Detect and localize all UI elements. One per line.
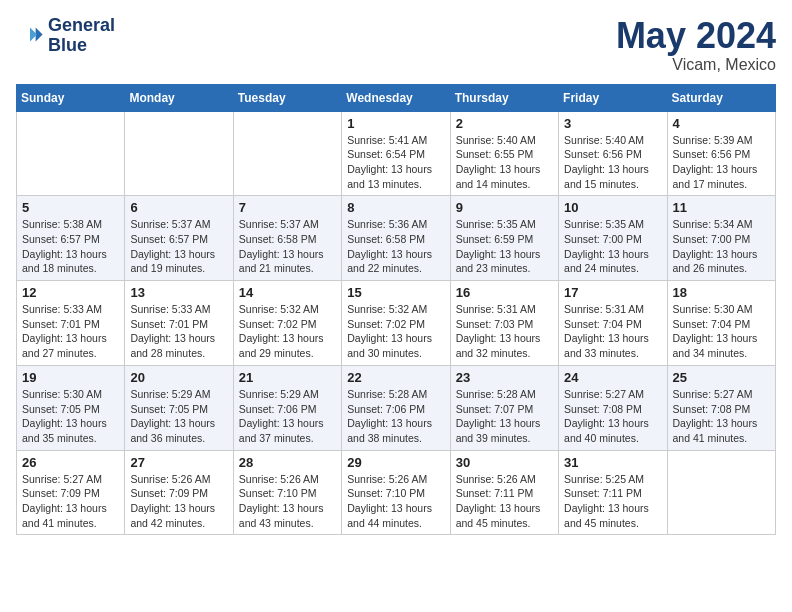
day-number: 10 bbox=[564, 200, 661, 215]
logo-icon bbox=[16, 22, 44, 50]
day-info: Sunrise: 5:33 AM Sunset: 7:01 PM Dayligh… bbox=[130, 302, 227, 361]
day-info: Sunrise: 5:39 AM Sunset: 6:56 PM Dayligh… bbox=[673, 133, 770, 192]
logo: General Blue bbox=[16, 16, 115, 56]
calendar-cell: 26Sunrise: 5:27 AM Sunset: 7:09 PM Dayli… bbox=[17, 450, 125, 535]
calendar-subtitle: Vicam, Mexico bbox=[616, 56, 776, 74]
calendar-cell: 10Sunrise: 5:35 AM Sunset: 7:00 PM Dayli… bbox=[559, 196, 667, 281]
calendar-cell: 3Sunrise: 5:40 AM Sunset: 6:56 PM Daylig… bbox=[559, 111, 667, 196]
day-info: Sunrise: 5:35 AM Sunset: 7:00 PM Dayligh… bbox=[564, 217, 661, 276]
calendar-cell: 25Sunrise: 5:27 AM Sunset: 7:08 PM Dayli… bbox=[667, 365, 775, 450]
day-number: 6 bbox=[130, 200, 227, 215]
day-number: 26 bbox=[22, 455, 119, 470]
day-info: Sunrise: 5:26 AM Sunset: 7:09 PM Dayligh… bbox=[130, 472, 227, 531]
day-number: 17 bbox=[564, 285, 661, 300]
calendar-cell: 20Sunrise: 5:29 AM Sunset: 7:05 PM Dayli… bbox=[125, 365, 233, 450]
day-number: 3 bbox=[564, 116, 661, 131]
calendar-cell: 29Sunrise: 5:26 AM Sunset: 7:10 PM Dayli… bbox=[342, 450, 450, 535]
day-number: 4 bbox=[673, 116, 770, 131]
calendar-cell bbox=[667, 450, 775, 535]
day-info: Sunrise: 5:41 AM Sunset: 6:54 PM Dayligh… bbox=[347, 133, 444, 192]
day-number: 20 bbox=[130, 370, 227, 385]
day-number: 22 bbox=[347, 370, 444, 385]
day-number: 27 bbox=[130, 455, 227, 470]
calendar-cell: 21Sunrise: 5:29 AM Sunset: 7:06 PM Dayli… bbox=[233, 365, 341, 450]
calendar-cell: 19Sunrise: 5:30 AM Sunset: 7:05 PM Dayli… bbox=[17, 365, 125, 450]
day-number: 30 bbox=[456, 455, 553, 470]
calendar-cell: 12Sunrise: 5:33 AM Sunset: 7:01 PM Dayli… bbox=[17, 281, 125, 366]
day-number: 5 bbox=[22, 200, 119, 215]
calendar-cell bbox=[233, 111, 341, 196]
logo-line1: General bbox=[48, 16, 115, 36]
day-number: 25 bbox=[673, 370, 770, 385]
day-info: Sunrise: 5:30 AM Sunset: 7:05 PM Dayligh… bbox=[22, 387, 119, 446]
calendar-cell: 27Sunrise: 5:26 AM Sunset: 7:09 PM Dayli… bbox=[125, 450, 233, 535]
calendar-cell: 30Sunrise: 5:26 AM Sunset: 7:11 PM Dayli… bbox=[450, 450, 558, 535]
calendar-cell: 5Sunrise: 5:38 AM Sunset: 6:57 PM Daylig… bbox=[17, 196, 125, 281]
day-info: Sunrise: 5:25 AM Sunset: 7:11 PM Dayligh… bbox=[564, 472, 661, 531]
day-info: Sunrise: 5:31 AM Sunset: 7:03 PM Dayligh… bbox=[456, 302, 553, 361]
weekday-header: Thursday bbox=[450, 84, 558, 111]
day-info: Sunrise: 5:36 AM Sunset: 6:58 PM Dayligh… bbox=[347, 217, 444, 276]
calendar-week-row: 19Sunrise: 5:30 AM Sunset: 7:05 PM Dayli… bbox=[17, 365, 776, 450]
calendar-cell: 18Sunrise: 5:30 AM Sunset: 7:04 PM Dayli… bbox=[667, 281, 775, 366]
weekday-row: SundayMondayTuesdayWednesdayThursdayFrid… bbox=[17, 84, 776, 111]
calendar-cell: 31Sunrise: 5:25 AM Sunset: 7:11 PM Dayli… bbox=[559, 450, 667, 535]
calendar-cell: 15Sunrise: 5:32 AM Sunset: 7:02 PM Dayli… bbox=[342, 281, 450, 366]
calendar-body: 1Sunrise: 5:41 AM Sunset: 6:54 PM Daylig… bbox=[17, 111, 776, 535]
calendar-cell: 23Sunrise: 5:28 AM Sunset: 7:07 PM Dayli… bbox=[450, 365, 558, 450]
weekday-header: Friday bbox=[559, 84, 667, 111]
day-number: 9 bbox=[456, 200, 553, 215]
calendar-cell bbox=[125, 111, 233, 196]
calendar-cell: 16Sunrise: 5:31 AM Sunset: 7:03 PM Dayli… bbox=[450, 281, 558, 366]
calendar-cell: 28Sunrise: 5:26 AM Sunset: 7:10 PM Dayli… bbox=[233, 450, 341, 535]
day-info: Sunrise: 5:29 AM Sunset: 7:05 PM Dayligh… bbox=[130, 387, 227, 446]
calendar-cell: 8Sunrise: 5:36 AM Sunset: 6:58 PM Daylig… bbox=[342, 196, 450, 281]
day-number: 18 bbox=[673, 285, 770, 300]
weekday-header: Saturday bbox=[667, 84, 775, 111]
calendar-week-row: 26Sunrise: 5:27 AM Sunset: 7:09 PM Dayli… bbox=[17, 450, 776, 535]
day-info: Sunrise: 5:35 AM Sunset: 6:59 PM Dayligh… bbox=[456, 217, 553, 276]
weekday-header: Wednesday bbox=[342, 84, 450, 111]
day-info: Sunrise: 5:26 AM Sunset: 7:10 PM Dayligh… bbox=[347, 472, 444, 531]
calendar-cell: 2Sunrise: 5:40 AM Sunset: 6:55 PM Daylig… bbox=[450, 111, 558, 196]
day-info: Sunrise: 5:26 AM Sunset: 7:11 PM Dayligh… bbox=[456, 472, 553, 531]
day-number: 1 bbox=[347, 116, 444, 131]
calendar-table: SundayMondayTuesdayWednesdayThursdayFrid… bbox=[16, 84, 776, 536]
day-number: 19 bbox=[22, 370, 119, 385]
calendar-title: May 2024 bbox=[616, 16, 776, 56]
day-number: 23 bbox=[456, 370, 553, 385]
calendar-cell: 14Sunrise: 5:32 AM Sunset: 7:02 PM Dayli… bbox=[233, 281, 341, 366]
page-header: General Blue May 2024 Vicam, Mexico bbox=[16, 16, 776, 74]
day-number: 28 bbox=[239, 455, 336, 470]
calendar-cell bbox=[17, 111, 125, 196]
day-number: 2 bbox=[456, 116, 553, 131]
day-info: Sunrise: 5:31 AM Sunset: 7:04 PM Dayligh… bbox=[564, 302, 661, 361]
calendar-cell: 13Sunrise: 5:33 AM Sunset: 7:01 PM Dayli… bbox=[125, 281, 233, 366]
day-number: 11 bbox=[673, 200, 770, 215]
calendar-cell: 7Sunrise: 5:37 AM Sunset: 6:58 PM Daylig… bbox=[233, 196, 341, 281]
day-number: 21 bbox=[239, 370, 336, 385]
day-info: Sunrise: 5:40 AM Sunset: 6:55 PM Dayligh… bbox=[456, 133, 553, 192]
day-info: Sunrise: 5:28 AM Sunset: 7:07 PM Dayligh… bbox=[456, 387, 553, 446]
weekday-header: Monday bbox=[125, 84, 233, 111]
weekday-header: Sunday bbox=[17, 84, 125, 111]
day-info: Sunrise: 5:37 AM Sunset: 6:58 PM Dayligh… bbox=[239, 217, 336, 276]
day-info: Sunrise: 5:27 AM Sunset: 7:08 PM Dayligh… bbox=[673, 387, 770, 446]
day-info: Sunrise: 5:27 AM Sunset: 7:08 PM Dayligh… bbox=[564, 387, 661, 446]
calendar-cell: 22Sunrise: 5:28 AM Sunset: 7:06 PM Dayli… bbox=[342, 365, 450, 450]
calendar-cell: 9Sunrise: 5:35 AM Sunset: 6:59 PM Daylig… bbox=[450, 196, 558, 281]
calendar-week-row: 1Sunrise: 5:41 AM Sunset: 6:54 PM Daylig… bbox=[17, 111, 776, 196]
calendar-week-row: 12Sunrise: 5:33 AM Sunset: 7:01 PM Dayli… bbox=[17, 281, 776, 366]
calendar-cell: 4Sunrise: 5:39 AM Sunset: 6:56 PM Daylig… bbox=[667, 111, 775, 196]
day-info: Sunrise: 5:27 AM Sunset: 7:09 PM Dayligh… bbox=[22, 472, 119, 531]
title-block: May 2024 Vicam, Mexico bbox=[616, 16, 776, 74]
day-info: Sunrise: 5:32 AM Sunset: 7:02 PM Dayligh… bbox=[239, 302, 336, 361]
calendar-cell: 6Sunrise: 5:37 AM Sunset: 6:57 PM Daylig… bbox=[125, 196, 233, 281]
day-info: Sunrise: 5:26 AM Sunset: 7:10 PM Dayligh… bbox=[239, 472, 336, 531]
logo-text: General Blue bbox=[48, 16, 115, 56]
logo-line2: Blue bbox=[48, 36, 115, 56]
calendar-cell: 11Sunrise: 5:34 AM Sunset: 7:00 PM Dayli… bbox=[667, 196, 775, 281]
day-info: Sunrise: 5:37 AM Sunset: 6:57 PM Dayligh… bbox=[130, 217, 227, 276]
day-info: Sunrise: 5:33 AM Sunset: 7:01 PM Dayligh… bbox=[22, 302, 119, 361]
day-number: 14 bbox=[239, 285, 336, 300]
